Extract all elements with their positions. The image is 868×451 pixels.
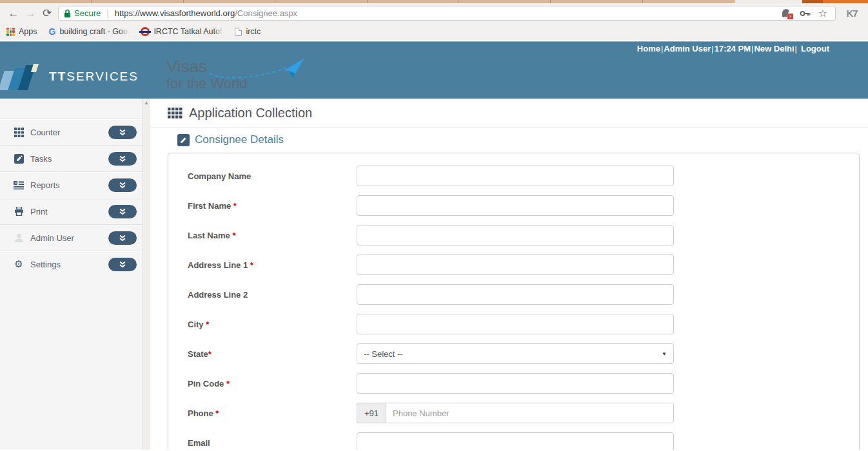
field-label: Last Name * bbox=[188, 231, 357, 240]
city-input[interactable] bbox=[357, 314, 674, 334]
required-asterisk: * bbox=[208, 349, 212, 359]
tab-segment[interactable] bbox=[368, 0, 459, 3]
sidebar-item-label: Admin User bbox=[30, 233, 108, 243]
chevron-double-down-icon bbox=[119, 155, 126, 162]
required-asterisk: * bbox=[215, 408, 219, 418]
sidebar-item-label: Settings bbox=[30, 260, 108, 269]
sidebar-scrollbar[interactable]: ▲ bbox=[142, 99, 150, 450]
expand-settings-button[interactable] bbox=[108, 258, 137, 271]
sidebar-item-settings[interactable]: ⚙ Settings bbox=[0, 251, 142, 277]
tab-segment[interactable] bbox=[275, 0, 367, 3]
brand-header: TTSERVICES Visas for the World bbox=[0, 55, 868, 99]
scroll-up-arrow-icon[interactable]: ▲ bbox=[144, 101, 149, 106]
tab-segment[interactable] bbox=[823, 0, 868, 3]
required-asterisk: * bbox=[232, 231, 235, 240]
visas-for-the-world-logo: Visas for the World bbox=[166, 57, 308, 98]
field-label: Address Line 1 * bbox=[188, 260, 357, 270]
email-input[interactable] bbox=[357, 432, 674, 450]
secure-chip[interactable]: Secure bbox=[64, 8, 101, 18]
company-name-input[interactable] bbox=[357, 166, 674, 186]
home-link[interactable]: Home bbox=[637, 44, 660, 53]
section-header: Consignee Details bbox=[150, 128, 868, 151]
form-row: Phone * +91 bbox=[188, 403, 859, 423]
sidebar-item-admin-user[interactable]: Admin User bbox=[0, 224, 142, 251]
address-line1-input[interactable] bbox=[357, 254, 674, 275]
edit-icon bbox=[177, 134, 190, 146]
phone-country-code: +91 bbox=[357, 403, 386, 423]
sidebar-item-counter[interactable]: Counter bbox=[0, 119, 142, 145]
required-asterisk: * bbox=[226, 379, 230, 389]
k7-extension-icon[interactable]: K7 bbox=[841, 8, 863, 19]
session-city: New Delhi bbox=[754, 44, 794, 53]
browser-tab-strip bbox=[0, 0, 868, 3]
expand-reports-button[interactable] bbox=[108, 178, 137, 192]
form-row: Last Name * bbox=[188, 225, 859, 245]
bookmarks-bar: Apps G building craft - Goog IRCTC Tatka… bbox=[0, 23, 868, 41]
sidebar-item-print[interactable]: Print bbox=[0, 198, 142, 224]
expand-print-button[interactable] bbox=[108, 205, 137, 218]
field-label: Company Name bbox=[188, 171, 357, 181]
state-select[interactable]: -- Select -- ▼ bbox=[357, 343, 674, 364]
required-asterisk: * bbox=[233, 201, 237, 211]
field-label: First Name * bbox=[188, 201, 357, 211]
apps-label: Apps bbox=[19, 27, 37, 36]
sidebar-item-label: Reports bbox=[30, 180, 108, 190]
expand-admin-user-button[interactable] bbox=[108, 231, 137, 245]
expand-counter-button[interactable] bbox=[108, 126, 137, 139]
address-line2-input[interactable] bbox=[357, 284, 674, 305]
field-label: Phone * bbox=[188, 408, 357, 418]
google-icon: G bbox=[49, 26, 56, 37]
sidebar-item-tasks[interactable]: Tasks bbox=[0, 145, 142, 171]
bookmark-label: IRCTC Tatkal Autofill F bbox=[153, 27, 223, 36]
roundel-icon bbox=[141, 27, 150, 36]
browser-toolbar: ← → ⟳ Secure | https://www.visasforthewo… bbox=[0, 3, 868, 23]
chevron-double-down-icon bbox=[119, 182, 126, 189]
key-icon[interactable] bbox=[798, 10, 812, 17]
bookmark-irctc[interactable]: irctc bbox=[235, 27, 261, 36]
ttservices-logo-icon bbox=[0, 62, 45, 93]
tab-segment[interactable] bbox=[551, 0, 642, 3]
bookmark-irctc-tatkal[interactable]: IRCTC Tatkal Autofill F bbox=[141, 27, 223, 36]
forward-button[interactable]: → bbox=[22, 6, 39, 21]
separator: | bbox=[795, 44, 797, 53]
pin-code-input[interactable] bbox=[357, 373, 674, 394]
first-name-input[interactable] bbox=[357, 195, 674, 216]
apps-menu[interactable]: Apps bbox=[6, 27, 37, 36]
expand-tasks-button[interactable] bbox=[108, 152, 137, 166]
tab-segment[interactable] bbox=[92, 0, 183, 3]
form-row: City * bbox=[188, 314, 859, 334]
separator: | bbox=[751, 44, 753, 53]
list-icon bbox=[13, 180, 25, 189]
field-label: Pin Code * bbox=[188, 379, 357, 389]
grid-icon bbox=[13, 128, 25, 137]
bookmark-label: irctc bbox=[246, 27, 261, 36]
tab-segment[interactable] bbox=[0, 0, 92, 3]
tab-segment-active[interactable] bbox=[735, 0, 802, 3]
address-bar[interactable]: Secure | https://www.visasfortheworld.or… bbox=[58, 6, 836, 21]
tab-segment[interactable] bbox=[184, 0, 275, 3]
section-title: Consignee Details bbox=[195, 133, 284, 146]
tab-segment[interactable] bbox=[643, 0, 735, 3]
required-asterisk: * bbox=[206, 320, 209, 329]
url-path: /Consignee.aspx bbox=[235, 8, 297, 18]
chevron-double-down-icon bbox=[119, 261, 126, 268]
phone-input[interactable] bbox=[386, 403, 674, 423]
form-row: Company Name bbox=[188, 166, 859, 186]
logout-link[interactable]: Logout bbox=[801, 44, 829, 53]
last-name-input[interactable] bbox=[357, 225, 674, 245]
tab-segment[interactable] bbox=[802, 0, 823, 3]
form-row: Pin Code * bbox=[188, 373, 859, 394]
tab-segment[interactable] bbox=[459, 0, 551, 3]
bookmark-star-icon[interactable]: ☆ bbox=[816, 7, 830, 19]
back-button[interactable]: ← bbox=[5, 6, 22, 21]
grid-icon bbox=[168, 108, 183, 119]
paper-plane-icon bbox=[206, 57, 310, 93]
apps-grid-icon bbox=[6, 28, 15, 36]
chevron-down-icon: ▼ bbox=[662, 351, 667, 357]
sidebar-item-label: Print bbox=[30, 207, 108, 216]
reload-button[interactable]: ⟳ bbox=[39, 6, 55, 21]
form-row: State* -- Select -- ▼ bbox=[188, 343, 859, 364]
sidebar-item-reports[interactable]: Reports bbox=[0, 171, 142, 198]
bookmark-building-craft[interactable]: G building craft - Goog bbox=[49, 26, 130, 37]
extension-badge-icon[interactable]: × bbox=[780, 9, 794, 18]
